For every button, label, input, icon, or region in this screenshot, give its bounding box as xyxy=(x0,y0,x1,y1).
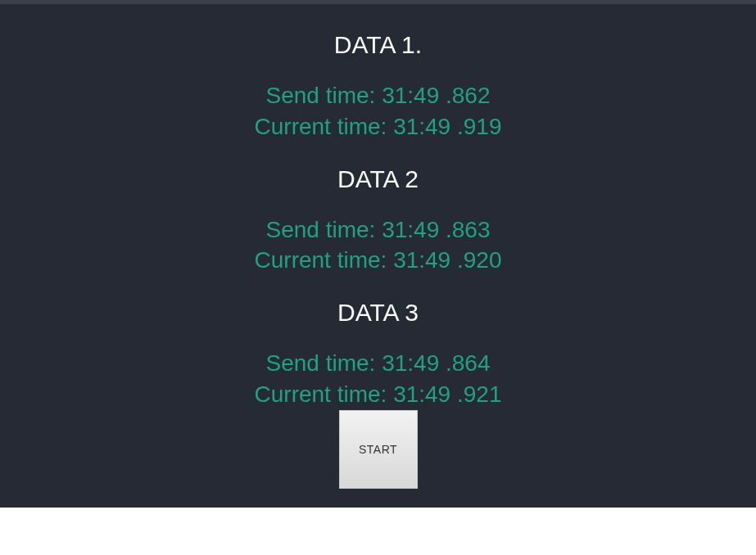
send-time-3: Send time: 31:49 .864 xyxy=(255,348,502,379)
current-time-label: Current time: xyxy=(255,381,394,407)
send-time-label: Send time: xyxy=(266,83,383,108)
data-title-2: DATA 2 xyxy=(255,165,502,193)
current-time-3: Current time: 31:49 .921 xyxy=(255,379,502,410)
data-block-2: DATA 2 Send time: 31:49 .863 Current tim… xyxy=(255,165,502,277)
send-time-value: 31:49 .862 xyxy=(382,83,490,108)
data-block-3: DATA 3 Send time: 31:49 .864 Current tim… xyxy=(255,299,502,410)
main-panel: DATA 1. Send time: 31:49 .862 Current ti… xyxy=(0,5,756,508)
current-time-1: Current time: 31:49 .919 xyxy=(255,111,502,142)
send-time-1: Send time: 31:49 .862 xyxy=(255,80,502,111)
send-time-value: 31:49 .863 xyxy=(382,217,490,242)
current-time-2: Current time: 31:49 .920 xyxy=(255,245,502,276)
data-title-1: DATA 1. xyxy=(255,31,502,59)
send-time-value: 31:49 .864 xyxy=(382,350,490,376)
data-block-1: DATA 1. Send time: 31:49 .862 Current ti… xyxy=(255,31,502,142)
current-time-label: Current time: xyxy=(255,247,394,273)
send-time-label: Send time: xyxy=(266,350,383,376)
current-time-value: 31:49 .920 xyxy=(393,247,501,273)
start-button[interactable]: START xyxy=(339,410,418,489)
current-time-value: 31:49 .919 xyxy=(393,114,501,139)
current-time-label: Current time: xyxy=(255,114,394,139)
bottom-area xyxy=(0,508,756,555)
current-time-value: 31:49 .921 xyxy=(393,381,501,407)
data-title-3: DATA 3 xyxy=(255,299,502,327)
send-time-label: Send time: xyxy=(266,217,383,242)
send-time-2: Send time: 31:49 .863 xyxy=(255,214,502,246)
